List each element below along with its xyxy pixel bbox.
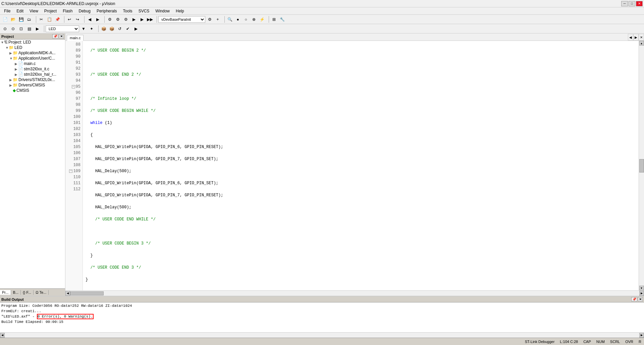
maximize-button[interactable]: □ — [629, 1, 635, 6]
build-btn2[interactable]: ⚙ — [114, 16, 121, 23]
tab-main-c[interactable]: main.c — [67, 35, 84, 41]
hscroll-right[interactable]: ▶ — [639, 291, 644, 296]
tb2-btn3[interactable]: ⊡ — [17, 25, 25, 32]
tab-close[interactable]: ✕ — [639, 34, 644, 41]
menu-tools[interactable]: Tools — [120, 8, 135, 14]
tree-item-stm32-hal[interactable]: ▶ 📄 stm32l0xx_hal_r... — [0, 72, 65, 77]
collapse-109[interactable]: − — [69, 169, 72, 173]
code-line-98: HAL_Delay(500); — [86, 168, 639, 174]
tree-item-app-user[interactable]: ▼ 📁 Application/User/C... — [0, 56, 65, 61]
led-dropdown[interactable]: LED — [46, 25, 79, 32]
build-btn4[interactable]: ▶ — [130, 16, 138, 23]
sep4 — [103, 16, 105, 23]
vscroll-up[interactable]: ▲ — [639, 41, 644, 46]
check-btn[interactable]: ✔ — [124, 25, 131, 32]
tree-item-stm32-it[interactable]: ▶ 📄 stm32l0xx_it.c — [0, 66, 65, 72]
bhscroll-right[interactable]: ▶ — [639, 333, 644, 338]
linenum-112: 112 — [65, 186, 83, 192]
debug-btn2[interactable]: ○ — [242, 16, 250, 23]
toolbar1: 📄 📂 💾 🗂 ✂ 📋 📌 ↩ ↪ ◀ ▶ ⚙ ⚙ ⚙ ▶ ▶ ▶▶ vDevB… — [0, 15, 644, 24]
menu-help[interactable]: Help — [173, 8, 187, 14]
panel-tab-books[interactable]: B... — [11, 290, 21, 295]
redo-button[interactable]: ↪ — [74, 16, 81, 23]
tb2-btn2[interactable]: ⊙ — [9, 25, 17, 32]
tab-scroll-right[interactable]: ▶ — [633, 34, 639, 41]
package-btn2[interactable]: 📦 — [108, 25, 115, 32]
vscroll-down[interactable]: ▼ — [639, 286, 644, 290]
save-all-button[interactable]: 🗂 — [25, 16, 33, 23]
code-editor[interactable]: 88 89 90 91 92 93 94 −95 96 97 98 99 100… — [65, 41, 644, 290]
vscroll-thumb[interactable] — [639, 159, 644, 172]
menu-edit[interactable]: Edit — [14, 8, 26, 14]
debug-btn4[interactable]: ⚡ — [258, 16, 266, 23]
target-cfg-button[interactable]: ⚙ — [206, 16, 213, 23]
tree-item-cmsis[interactable]: ◆ CMSIS — [0, 88, 65, 93]
build-pin-btn[interactable]: 📌 — [631, 297, 637, 301]
panel-tab-functions[interactable]: {} F... — [21, 290, 34, 295]
tb2-btn5[interactable]: ▶ — [34, 25, 41, 32]
settings-btn[interactable]: 🔧 — [278, 16, 286, 23]
view-btn[interactable]: ⊞ — [270, 16, 278, 23]
run-btn[interactable]: ▶ — [132, 25, 140, 32]
save-button[interactable]: 💾 — [17, 16, 25, 23]
refresh-btn[interactable]: ↺ — [116, 25, 123, 32]
nav-fwd-button[interactable]: ▶ — [94, 16, 101, 23]
hscroll-thumb[interactable] — [70, 291, 104, 295]
title-text: C:\Users\xf\Desktop\LED\LED\MDK-ARM\LED.… — [1, 1, 115, 6]
build-hscroll[interactable]: ◀ ▶ — [0, 332, 644, 338]
tree-item-main-c[interactable]: ▶ 📄 main.c — [0, 61, 65, 66]
panel-tab-templates[interactable]: Ω Te... — [34, 290, 49, 295]
tree-item-app-mdk[interactable]: ▶ 📁 Application/MDK-A... — [0, 50, 65, 56]
led-cfg-btn[interactable]: ▼ — [80, 25, 87, 32]
hscroll-left[interactable]: ◀ — [65, 291, 70, 296]
build-close-btn[interactable]: ✕ — [638, 297, 643, 301]
zoom-button[interactable]: 🔍 — [226, 16, 233, 23]
tree-item-project-led[interactable]: ▼ 🏗 Project: LED — [0, 40, 65, 45]
menu-peripherals[interactable]: Peripherals — [94, 8, 120, 14]
menu-svcs[interactable]: SVCS — [136, 8, 152, 14]
project-close-btn[interactable]: ✕ — [59, 34, 64, 39]
copy-button[interactable]: 📋 — [46, 16, 53, 23]
menu-flash[interactable]: Flash — [60, 8, 75, 14]
cut-button[interactable]: ✂ — [38, 16, 45, 23]
tb2-btn1[interactable]: ⊙ — [1, 25, 9, 32]
editor-hscroll[interactable]: ◀ ▶ — [65, 290, 644, 296]
close-button[interactable]: ✕ — [636, 1, 643, 6]
tb2-btn4[interactable]: ▤ — [25, 25, 33, 32]
package-btn1[interactable]: 📦 — [100, 25, 107, 32]
code-line-91 — [86, 84, 639, 90]
build-btn3[interactable]: ⚙ — [122, 16, 129, 23]
tab-scroll-left[interactable]: ◀ — [628, 34, 633, 41]
build-btn5[interactable]: ▶ — [138, 16, 146, 23]
new-file-button[interactable]: 📄 — [1, 16, 9, 23]
build-btn6[interactable]: ▶▶ — [146, 16, 154, 23]
led-wand-btn[interactable]: ✦ — [88, 25, 95, 32]
code-content[interactable]: /* USER CODE BEGIN 2 */ /* USER CODE END… — [83, 41, 639, 290]
project-pin-btn[interactable]: 📌 — [52, 34, 58, 39]
undo-button[interactable]: ↩ — [66, 16, 73, 23]
menu-debug[interactable]: Debug — [76, 8, 93, 14]
tree-item-led[interactable]: ▼ 📁 LED — [0, 45, 65, 50]
debug-btn3[interactable]: ⊗ — [250, 16, 258, 23]
panel-tab-project[interactable]: Pr... — [0, 290, 11, 295]
linenum-105: 105 — [65, 144, 83, 150]
menu-file[interactable]: File — [1, 8, 13, 14]
open-button[interactable]: 📂 — [9, 16, 17, 23]
editor-vscroll[interactable]: ▲ ▼ — [639, 41, 644, 290]
target-add-button[interactable]: + — [214, 16, 221, 23]
build-btn1[interactable]: ⚙ — [106, 16, 113, 23]
status-debugger: ST-Link Debugger — [525, 340, 555, 344]
debug-btn[interactable]: ● — [234, 16, 241, 23]
nav-back-button[interactable]: ◀ — [86, 16, 93, 23]
target-dropdown[interactable]: vDevBaseParaInit — [158, 16, 205, 23]
project-icon: 🏗 — [4, 40, 8, 44]
menu-view[interactable]: View — [27, 8, 41, 14]
tree-item-drivers-cmsis[interactable]: ▶ 📁 Drivers/CMSIS — [0, 82, 65, 88]
bhscroll-left[interactable]: ◀ — [0, 333, 5, 338]
menu-project[interactable]: Project — [42, 8, 59, 14]
tree-item-drivers-stm32[interactable]: ▶ 📁 Drivers/STM32L0x... — [0, 77, 65, 82]
paste-button[interactable]: 📌 — [54, 16, 61, 23]
menu-window[interactable]: Window — [153, 8, 172, 14]
collapse-95[interactable]: − — [72, 85, 75, 88]
minimize-button[interactable]: ─ — [621, 1, 628, 6]
